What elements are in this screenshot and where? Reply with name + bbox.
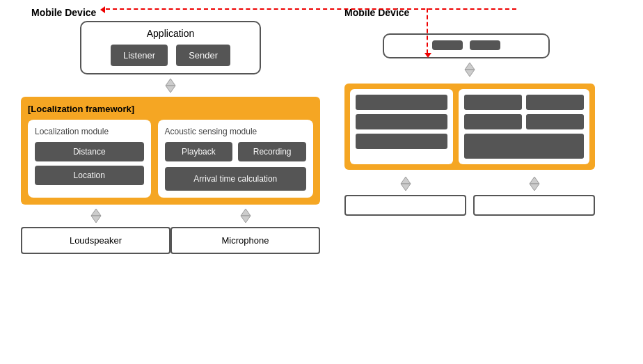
- recording-button[interactable]: Recording: [238, 142, 306, 161]
- right-microphone-box: [473, 195, 595, 216]
- acoustic-module-box: Acoustic sensing module Playback Recordi…: [158, 120, 313, 198]
- sender-button[interactable]: Sender: [176, 45, 230, 66]
- acoustic-buttons-row: Playback Recording: [165, 142, 306, 161]
- right-double-arrow-icon: [460, 60, 479, 79]
- svg-marker-10: [530, 177, 539, 184]
- svg-marker-7: [465, 70, 475, 77]
- right-acoustic-row2: [464, 114, 584, 129]
- svg-marker-11: [530, 184, 539, 191]
- right-app-buttons-container: [395, 40, 538, 50]
- right-acoustic-box: [459, 89, 589, 164]
- distance-button[interactable]: Distance: [35, 142, 144, 161]
- svg-marker-6: [465, 63, 475, 70]
- playback-button[interactable]: Playback: [165, 142, 233, 161]
- right-loudspeaker-box: [344, 195, 466, 216]
- svg-marker-5: [241, 216, 251, 223]
- framework-box: [Localization framework] Localization mo…: [21, 97, 320, 205]
- listener-button[interactable]: Listener: [111, 45, 168, 66]
- right-section: Mobile Device: [344, 7, 609, 357]
- red-dashed-line: [427, 8, 428, 54]
- mobile-device-label-right: Mobile Device: [344, 7, 609, 18]
- microphone-double-arrow-icon: [236, 206, 255, 225]
- right-microphone-column: [473, 173, 595, 216]
- microphone-column: Microphone: [170, 205, 320, 254]
- mobile-device-label-left: Mobile Device: [31, 7, 96, 18]
- right-acoustic-row: [464, 95, 584, 110]
- framework-inner: Localization module Distance Location Ac…: [28, 120, 313, 198]
- left-section: Mobile Device Application Listener Sende…: [10, 7, 331, 357]
- acoustic-module-title: Acoustic sensing module: [165, 127, 306, 136]
- localization-module-box: Localization module Distance Location: [28, 120, 151, 198]
- svg-marker-0: [166, 79, 175, 86]
- right-bottom-section: [344, 173, 595, 216]
- location-button[interactable]: Location: [35, 166, 144, 185]
- right-acoustic-btn4[interactable]: [526, 114, 584, 129]
- loudspeaker-arrow: [86, 206, 106, 225]
- right-loudspeaker-column: [344, 173, 466, 216]
- red-dashed-arrow: [424, 53, 431, 58]
- right-framework-box: [344, 84, 595, 170]
- right-location-button[interactable]: [356, 114, 447, 129]
- right-localization-box: [350, 89, 453, 164]
- localization-module-title: Localization module: [35, 127, 144, 136]
- right-app-framework-arrow: [344, 60, 595, 79]
- microphone-arrow: [236, 206, 255, 225]
- framework-title: [Localization framework]: [28, 104, 313, 114]
- right-extra-button[interactable]: [356, 134, 447, 149]
- right-acoustic-btn3[interactable]: [464, 114, 522, 129]
- svg-marker-2: [91, 209, 101, 216]
- right-microphone-arrow: [525, 174, 544, 193]
- svg-marker-3: [91, 216, 101, 223]
- svg-marker-1: [166, 86, 175, 93]
- right-arrival-button[interactable]: [464, 134, 584, 159]
- svg-marker-8: [401, 177, 411, 184]
- app-buttons-container: Listener Sender: [95, 45, 246, 66]
- svg-marker-4: [241, 209, 251, 216]
- loudspeaker-column: Loudspeaker: [21, 205, 170, 254]
- microphone-box: Microphone: [170, 227, 320, 254]
- svg-marker-9: [401, 184, 411, 191]
- loudspeaker-box: Loudspeaker: [21, 227, 170, 254]
- right-listener-button[interactable]: [432, 40, 463, 50]
- main-container: Mobile Device Application Listener Sende…: [0, 0, 643, 364]
- right-microphone-arrow-icon: [525, 174, 544, 193]
- bottom-arrows-row: Loudspeaker Microphone: [21, 205, 320, 254]
- double-arrow-icon: [161, 76, 180, 95]
- right-recording-button[interactable]: [526, 95, 584, 110]
- right-loudspeaker-arrow-icon: [396, 174, 415, 193]
- right-application-box: [383, 33, 550, 58]
- arrival-time-button[interactable]: Arrival time calculation: [165, 167, 306, 191]
- right-playback-button[interactable]: [464, 95, 522, 110]
- loudspeaker-double-arrow-icon: [86, 206, 106, 225]
- right-loudspeaker-arrow: [396, 174, 415, 193]
- right-distance-button[interactable]: [356, 95, 447, 110]
- right-sender-button[interactable]: [470, 40, 500, 50]
- application-title: Application: [95, 28, 246, 39]
- app-framework-arrow: [161, 76, 180, 95]
- application-box: Application Listener Sender: [80, 21, 261, 74]
